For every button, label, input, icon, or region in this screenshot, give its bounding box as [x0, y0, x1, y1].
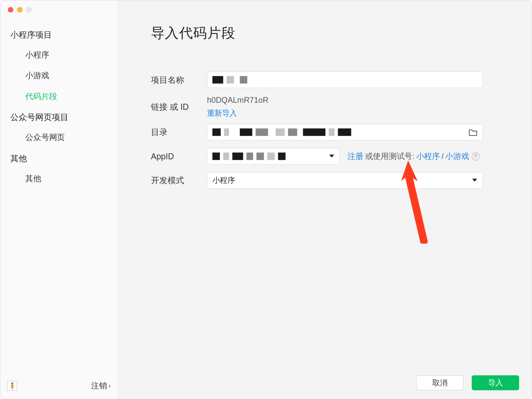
sidebar-group-mini: 小程序项目	[0, 24, 117, 45]
avatar[interactable]: 🧍	[7, 381, 17, 391]
project-name-input[interactable]	[207, 71, 483, 88]
appid-hint: 注册 或使用测试号: 小程序 / 小游戏 ?	[347, 151, 479, 162]
directory-input[interactable]	[207, 124, 483, 141]
zoom-window-icon[interactable]	[26, 7, 32, 12]
sidebar: 小程序项目 小程序 小游戏 代码片段 公众号网页项目 公众号网页 其他 其他 🧍…	[0, 0, 118, 399]
redacted-content	[212, 124, 351, 140]
sidebar-group-web: 公众号网页项目	[0, 107, 117, 127]
logout-button[interactable]: 注销 ›	[91, 380, 110, 391]
separator: /	[442, 152, 444, 161]
sidebar-item-other[interactable]: 其他	[0, 168, 117, 189]
sidebar-item-code-snippet[interactable]: 代码片段	[0, 86, 117, 107]
or-use-test-text: 或使用测试号:	[365, 151, 415, 162]
window: 小程序项目 小程序 小游戏 代码片段 公众号网页项目 公众号网页 其他 其他 🧍…	[0, 0, 532, 399]
logout-label: 注销	[91, 380, 107, 391]
chevron-down-icon	[472, 178, 478, 183]
redacted-content	[212, 72, 247, 88]
dev-mode-value: 小程序	[212, 176, 235, 186]
main: 导入代码片段 项目名称 链接 或 ID	[118, 0, 532, 399]
dev-mode-label: 开发模式	[151, 175, 207, 186]
sidebar-item-official-web[interactable]: 公众号网页	[0, 127, 117, 148]
page-title: 导入代码片段	[118, 0, 532, 42]
close-window-icon[interactable]	[8, 7, 13, 12]
chevron-down-icon	[329, 154, 335, 159]
help-icon[interactable]: ?	[471, 152, 479, 160]
sidebar-footer: 🧍 注销 ›	[0, 373, 117, 399]
directory-label: 目录	[151, 127, 207, 138]
link-id-label: 链接 或 ID	[151, 101, 207, 112]
folder-icon[interactable]	[468, 128, 478, 136]
sidebar-nav: 小程序项目 小程序 小游戏 代码片段 公众号网页项目 公众号网页 其他 其他	[0, 24, 117, 189]
chevron-right-icon: ›	[109, 382, 111, 389]
sidebar-group-other: 其他	[0, 148, 117, 168]
dev-mode-select[interactable]: 小程序	[207, 172, 483, 189]
link-id-value: h0DQALmR71oR	[207, 96, 515, 105]
form: 项目名称 链接 或 ID h0DQALmR71oR 重新导入	[118, 43, 532, 197]
appid-label: AppID	[151, 152, 207, 161]
test-mini-link[interactable]: 小程序	[416, 151, 440, 162]
test-game-link[interactable]: 小游戏	[445, 151, 469, 162]
footer: 取消 导入	[404, 367, 532, 399]
reimport-link[interactable]: 重新导入	[207, 108, 515, 118]
sidebar-item-mini-program[interactable]: 小程序	[0, 45, 117, 66]
register-link[interactable]: 注册	[347, 151, 363, 162]
redacted-content	[212, 148, 286, 164]
cancel-button[interactable]: 取消	[416, 375, 464, 390]
import-button[interactable]: 导入	[472, 375, 519, 390]
appid-dropdown[interactable]	[207, 148, 340, 165]
minimize-window-icon[interactable]	[17, 7, 22, 12]
window-controls	[0, 0, 117, 12]
sidebar-item-mini-game[interactable]: 小游戏	[0, 65, 117, 86]
project-name-label: 项目名称	[151, 74, 207, 85]
